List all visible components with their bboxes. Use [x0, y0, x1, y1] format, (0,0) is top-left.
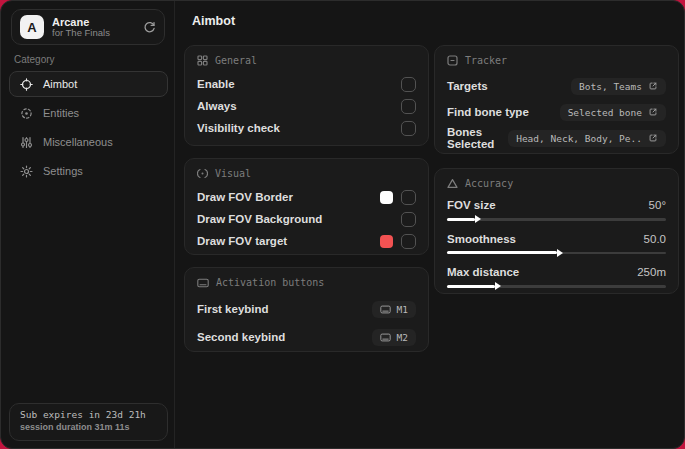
setting-label: First keybind [197, 303, 269, 315]
subscription-info: Sub expires in 23d 21h session duration … [9, 403, 168, 441]
card-title: Accuracy [465, 178, 513, 189]
slider-value: 250m [637, 266, 666, 278]
select-value: Bots, Teams [579, 81, 642, 92]
select-value: Selected bone [568, 107, 642, 118]
sidebar-item-label: Settings [43, 165, 83, 177]
visibility-check-checkbox[interactable] [401, 121, 416, 136]
first-keybind-button[interactable]: M1 [372, 301, 416, 318]
draw-fov-target-checkbox[interactable] [401, 234, 416, 249]
page-title: Aimbot [192, 14, 235, 28]
color-swatch[interactable] [380, 235, 393, 248]
setting-label: Draw FOV Border [197, 191, 293, 203]
slider-value: 50.0 [644, 233, 666, 245]
enable-checkbox[interactable] [401, 77, 416, 92]
fov-size-slider[interactable] [447, 218, 666, 221]
slider-fill[interactable] [447, 218, 475, 221]
find-bone-type-select[interactable]: Selected bone [560, 104, 666, 121]
sidebar: A Arcane for The Finals Category [1, 1, 175, 448]
slider-fill[interactable] [447, 285, 495, 288]
card-accuracy: Accuracy FOV size 50° Smoothness 50.0 Ma… [434, 168, 679, 294]
expand-icon [648, 133, 658, 143]
crosshair-icon [20, 78, 33, 91]
sidebar-nav: Aimbot Entities Miscellaneous [9, 71, 168, 184]
setting-label: Smoothness [447, 233, 516, 245]
card-tracker: Tracker Targets Bots, Teams Find bone ty… [434, 45, 679, 154]
triangle-icon [447, 178, 458, 189]
sidebar-item-aimbot[interactable]: Aimbot [9, 71, 168, 97]
select-value: Head, Neck, Body, Pe.. [516, 133, 642, 144]
card-activation-buttons: Activation buttons First keybind M1 Seco… [184, 267, 429, 352]
sub-expires-text: Sub expires in 23d 21h [20, 409, 157, 420]
gear-icon [20, 165, 33, 178]
max-distance-slider[interactable] [447, 285, 666, 288]
draw-fov-background-checkbox[interactable] [401, 212, 416, 227]
sidebar-item-settings[interactable]: Settings [9, 158, 168, 184]
slider-fill[interactable] [447, 251, 557, 254]
setting-label: Targets [447, 80, 488, 92]
keyboard-icon [197, 278, 209, 288]
sidebar-item-label: Entities [43, 107, 79, 119]
card-general: General Enable Always Visibility check [184, 45, 429, 146]
expand-icon [648, 107, 658, 117]
session-duration-text: session duration 31m 11s [20, 422, 157, 432]
second-keybind-button[interactable]: M2 [372, 329, 416, 346]
setting-label: Find bone type [447, 106, 529, 118]
expand-icon [648, 81, 658, 91]
setting-label: Enable [197, 78, 235, 90]
setting-label: Max distance [447, 266, 519, 278]
category-label: Category [14, 54, 55, 65]
always-checkbox[interactable] [401, 99, 416, 114]
app-name: Arcane [52, 16, 135, 28]
setting-label: Draw FOV Background [197, 213, 322, 225]
color-swatch[interactable] [380, 191, 393, 204]
app-header: A Arcane for The Finals [11, 9, 165, 45]
card-title: Activation buttons [216, 277, 324, 288]
card-title: Tracker [465, 55, 507, 66]
keyboard-icon [380, 333, 391, 342]
refresh-icon[interactable] [143, 21, 156, 34]
draw-fov-border-checkbox[interactable] [401, 190, 416, 205]
sidebar-item-entities[interactable]: Entities [9, 100, 168, 126]
sidebar-item-label: Aimbot [43, 78, 77, 90]
keybind-value: M1 [397, 304, 408, 315]
app-logo: A [20, 15, 44, 39]
setting-label: Bones Selected [447, 126, 508, 150]
setting-label: Visibility check [197, 122, 280, 134]
scan-icon [20, 107, 33, 120]
sidebar-item-miscellaneous[interactable]: Miscellaneous [9, 129, 168, 155]
grid-icon [197, 55, 208, 66]
setting-label: Draw FOV target [197, 235, 287, 247]
card-title: Visual [215, 168, 251, 179]
setting-label: Always [197, 100, 237, 112]
slider-value: 50° [649, 199, 666, 211]
card-visual: Visual Draw FOV Border Draw FOV Backgrou… [184, 158, 429, 255]
bones-selected-select[interactable]: Head, Neck, Body, Pe.. [508, 130, 666, 147]
keyboard-icon [380, 305, 391, 314]
smoothness-slider[interactable] [447, 252, 666, 255]
app-window: A Arcane for The Finals Category [0, 0, 685, 449]
app-subtitle: for The Finals [52, 28, 135, 38]
keybind-value: M2 [397, 332, 408, 343]
targets-select[interactable]: Bots, Teams [571, 78, 666, 95]
setting-label: Second keybind [197, 331, 285, 343]
setting-label: FOV size [447, 199, 496, 211]
tracker-icon [447, 55, 458, 66]
card-title: General [215, 55, 257, 66]
focus-icon [197, 168, 208, 179]
sidebar-item-label: Miscellaneous [43, 136, 113, 148]
sliders-icon [20, 136, 33, 149]
